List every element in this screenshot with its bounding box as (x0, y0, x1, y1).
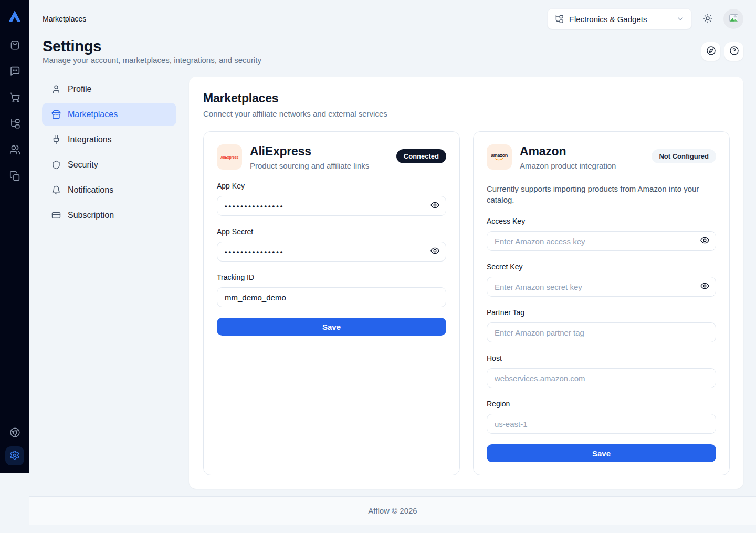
secret-key-field: Secret Key (487, 263, 716, 297)
settings-nav-item-subscription[interactable]: Subscription (42, 204, 176, 227)
amazon-save-button[interactable]: Save (487, 444, 716, 462)
help-icon (729, 46, 739, 57)
toggle-access-key-visibility-button[interactable] (699, 235, 710, 247)
app-secret-field: App Secret (217, 227, 446, 262)
marketplace-cards: AliExpress AliExpress Product sourcing a… (203, 131, 730, 475)
header-actions (701, 42, 743, 61)
status-badge: Not Configured (652, 149, 716, 163)
settings-nav-label: Notifications (68, 185, 113, 195)
app-logo-icon[interactable] (7, 8, 23, 24)
avatar[interactable] (723, 9, 743, 29)
user-icon (51, 85, 61, 94)
eye-icon (700, 281, 710, 292)
shield-icon (51, 160, 61, 170)
sidebar-item-customers[interactable] (9, 145, 20, 156)
aliexpress-title-block: AliExpress Product sourcing and affiliat… (250, 144, 369, 170)
breadcrumb: Marketplaces (43, 15, 86, 23)
amazon-note: Currently supports importing products fr… (487, 183, 716, 205)
store-icon (51, 110, 61, 119)
access-key-field: Access Key (487, 217, 716, 251)
footer-text: Afflow © 2026 (368, 506, 417, 515)
sidebar-item-orders[interactable] (9, 92, 20, 104)
partner-tag-input[interactable] (487, 322, 716, 342)
settings-nav-label: Marketplaces (68, 110, 118, 119)
sidebar-icon-nav (9, 40, 20, 183)
sidebar-item-pages[interactable] (9, 171, 20, 183)
settings-nav-item-integrations[interactable]: Integrations (42, 128, 176, 151)
copy-icon (9, 171, 20, 183)
aliexpress-logo-text: AliExpress (220, 155, 238, 159)
aliexpress-save-button[interactable]: Save (217, 318, 446, 336)
compass-icon (706, 46, 716, 57)
secret-key-input[interactable] (487, 277, 716, 297)
region-label: Region (487, 400, 716, 408)
page-title: Settings (43, 38, 101, 55)
sidebar-bottom (5, 427, 24, 465)
amazon-card-header: amazon Amazon Amazon product integration… (487, 144, 716, 170)
page-subtitle: Manage your account, marketplaces, integ… (43, 56, 261, 65)
app-key-input[interactable] (217, 196, 446, 216)
explore-button[interactable] (701, 42, 720, 61)
app-root: Marketplaces Electronics & Gadgets Setti… (0, 0, 756, 533)
host-label: Host (487, 354, 716, 362)
eye-icon (430, 200, 440, 212)
sun-icon (702, 13, 713, 25)
settings-nav: Profile Marketplaces Integrations Securi… (42, 78, 176, 227)
sidebar (0, 0, 29, 473)
credit-card-icon (51, 211, 61, 220)
region-input[interactable] (487, 414, 716, 434)
catalog-tree-icon (9, 118, 20, 131)
aliexpress-card-header: AliExpress AliExpress Product sourcing a… (217, 144, 446, 170)
category-selector[interactable]: Electronics & Gadgets (547, 8, 692, 29)
chat-icon (9, 66, 20, 78)
status-badge: Connected (396, 149, 446, 163)
toggle-secret-key-visibility-button[interactable] (699, 281, 710, 292)
host-input[interactable] (487, 368, 716, 388)
settings-nav-item-marketplaces[interactable]: Marketplaces (42, 103, 176, 126)
amazon-logo: amazon (487, 144, 512, 170)
settings-nav-item-notifications[interactable]: Notifications (42, 179, 176, 202)
settings-nav-label: Security (68, 160, 98, 170)
sidebar-item-settings[interactable] (5, 446, 24, 465)
amazon-title-block: Amazon Amazon product integration (520, 144, 616, 170)
sidebar-item-browser[interactable] (9, 427, 20, 439)
bell-icon (51, 185, 61, 195)
toggle-app-key-visibility-button[interactable] (429, 200, 440, 212)
tracking-id-label: Tracking ID (217, 273, 446, 281)
theme-toggle-button[interactable] (700, 12, 715, 26)
sidebar-item-messages[interactable] (9, 66, 20, 78)
amazon-card: amazon Amazon Amazon product integration… (473, 131, 730, 475)
gear-icon (9, 450, 20, 462)
access-key-label: Access Key (487, 217, 716, 225)
sidebar-item-products[interactable] (9, 40, 20, 51)
partner-tag-label: Partner Tag (487, 308, 716, 317)
category-selector-value: Electronics & Gadgets (569, 15, 671, 24)
browser-icon (9, 427, 20, 440)
panel-title: Marketplaces (203, 91, 730, 106)
settings-nav-item-security[interactable]: Security (42, 153, 176, 176)
eye-icon (430, 246, 440, 257)
sidebar-item-catalog[interactable] (9, 119, 20, 130)
settings-nav-label: Integrations (68, 135, 112, 144)
chevron-down-icon (676, 15, 685, 23)
help-button[interactable] (724, 42, 743, 61)
settings-nav-item-profile[interactable]: Profile (42, 78, 176, 101)
settings-nav-label: Profile (68, 85, 91, 94)
tracking-id-input[interactable] (217, 287, 446, 307)
app-key-label: App Key (217, 182, 446, 190)
panel-subtitle: Connect your affiliate networks and exte… (203, 109, 730, 118)
access-key-input[interactable] (487, 231, 716, 251)
toggle-app-secret-visibility-button[interactable] (429, 246, 440, 257)
marketplaces-panel: Marketplaces Connect your affiliate netw… (189, 77, 743, 489)
eye-icon (700, 235, 710, 247)
settings-nav-label: Subscription (68, 211, 114, 220)
region-field: Region (487, 400, 716, 434)
app-secret-label: App Secret (217, 227, 446, 236)
app-secret-input[interactable] (217, 242, 446, 262)
topbar: Electronics & Gadgets (547, 8, 743, 29)
shopping-bag-icon (9, 39, 20, 52)
cart-icon (9, 92, 20, 104)
footer: Afflow © 2026 (29, 496, 756, 525)
aliexpress-card: AliExpress AliExpress Product sourcing a… (203, 131, 460, 475)
amazon-logo-text: amazon (491, 153, 508, 158)
